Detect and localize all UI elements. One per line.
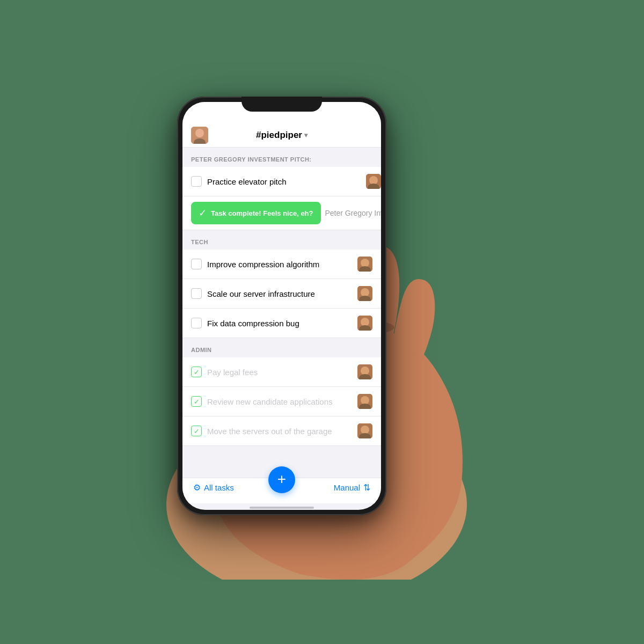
phone-scene: #piedpiper ▾ PETER GREGORY INVESTMENT PI…: [113, 64, 531, 580]
task-checkbox-compression-algo[interactable]: [191, 259, 202, 269]
task-checkbox-server-infra[interactable]: [191, 288, 202, 299]
task-row-move-servers[interactable]: ✓ Move the servers out of the garage: [182, 416, 381, 446]
task-list-content[interactable]: PETER GREGORY INVESTMENT PITCH: Practice…: [182, 148, 381, 478]
task-text-move-servers: Move the servers out of the garage: [207, 427, 332, 436]
task-avatar-server-infra: [357, 286, 372, 301]
channel-name: #piedpiper: [256, 130, 302, 141]
task-row-compression-algo[interactable]: Improve compression algorithm: [182, 250, 381, 279]
task-avatar-candidate-apps: [357, 394, 372, 409]
home-indicator: [250, 507, 314, 509]
phone-frame: #piedpiper ▾ PETER GREGORY INVESTMENT PI…: [177, 97, 386, 515]
section-tech: TECH: [182, 230, 381, 250]
task-checkbox-elevator-pitch[interactable]: [191, 176, 202, 187]
bottom-left-filter[interactable]: ⚙ All tasks: [193, 482, 234, 493]
task-checkbox-move-servers[interactable]: ✓: [191, 426, 202, 436]
task-text-legal-fees: Pay legal fees: [207, 368, 258, 377]
phone-screen: #piedpiper ▾ PETER GREGORY INVESTMENT PI…: [182, 102, 381, 510]
add-task-button[interactable]: +: [268, 466, 295, 493]
task-avatar-move-servers: [357, 423, 372, 438]
task-text-compression-bug: Fix data compression bug: [207, 319, 299, 328]
toast-assignee: Peter Gregory Inv: [325, 209, 382, 217]
channel-title[interactable]: #piedpiper ▾: [256, 130, 308, 141]
bottom-bar: ⚙ All tasks + Manual ⇅: [182, 478, 381, 503]
manual-sort-label: Manual: [334, 483, 360, 492]
task-row-compression-bug[interactable]: Fix data compression bug: [182, 309, 381, 338]
header-avatar: [191, 127, 208, 144]
task-checkbox-candidate-apps[interactable]: ✓: [191, 396, 202, 407]
chevron-down-icon: ▾: [304, 131, 308, 139]
task-row-candidate-apps[interactable]: ✓ Review new candidate applications: [182, 387, 381, 416]
task-text-compression-algo: Improve compression algorithm: [207, 260, 319, 269]
filter-icon: ⚙: [193, 482, 201, 493]
section-title-peter-gregory: PETER GREGORY INVESTMENT PITCH:: [191, 156, 312, 163]
task-row-elevator-pitch[interactable]: Practice elevator pitch: [182, 167, 381, 196]
task-avatar-compression-algo: [357, 257, 372, 272]
toast-message: Task complete! Feels nice, eh?: [211, 209, 313, 217]
section-title-tech: TECH: [191, 239, 208, 245]
section-title-admin: ADMIN: [191, 347, 212, 353]
plus-icon: +: [277, 472, 286, 487]
task-avatar-elevator-pitch: [366, 174, 381, 189]
task-row-legal-fees[interactable]: ✓ Pay legal fees: [182, 357, 381, 387]
phone-notch: [241, 97, 322, 112]
checkmark-icon: ✓: [199, 207, 207, 219]
sort-icon: ⇅: [363, 482, 370, 493]
section-admin: ADMIN: [182, 338, 381, 357]
app-header: #piedpiper ▾: [182, 126, 381, 148]
all-tasks-label: All tasks: [204, 483, 234, 492]
task-text-candidate-apps: Review new candidate applications: [207, 397, 332, 406]
bottom-right-sort[interactable]: Manual ⇅: [334, 482, 370, 493]
task-complete-toast: ✓ Task complete! Feels nice, eh?: [191, 202, 321, 224]
section-peter-gregory: PETER GREGORY INVESTMENT PITCH:: [182, 148, 381, 167]
task-checkbox-legal-fees[interactable]: ✓: [191, 367, 202, 377]
task-avatar-compression-bug: [357, 316, 372, 331]
toast-container: ✓ Task complete! Feels nice, eh? Peter G…: [182, 196, 381, 230]
task-checkbox-compression-bug[interactable]: [191, 318, 202, 328]
task-row-server-infra[interactable]: Scale our server infrastructure: [182, 279, 381, 309]
task-text-server-infra: Scale our server infrastructure: [207, 289, 315, 298]
task-text-elevator-pitch: Practice elevator pitch: [207, 177, 287, 186]
task-avatar-legal-fees: [357, 364, 372, 379]
